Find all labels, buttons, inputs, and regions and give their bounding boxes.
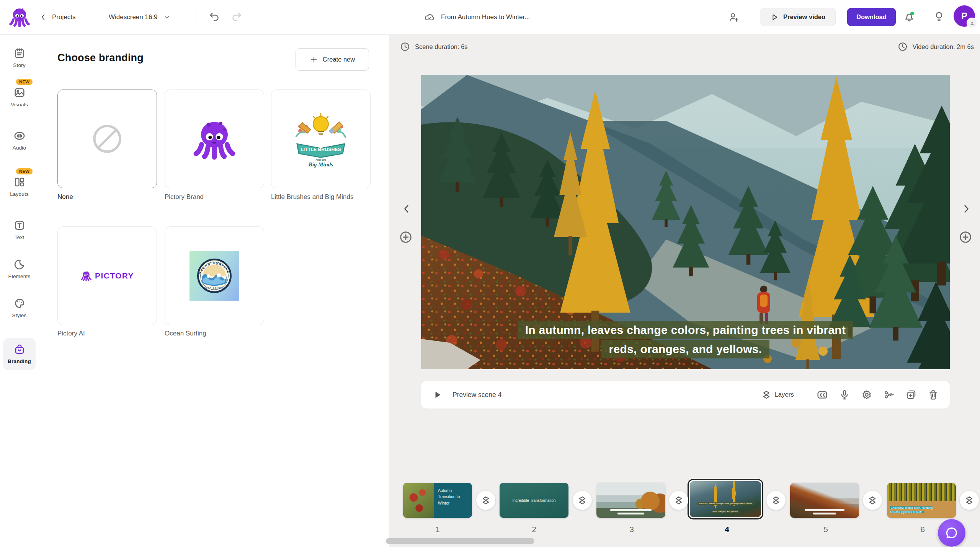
sidebar-item-story[interactable]: Story [0, 47, 39, 68]
scene-duration: Scene duration: 6s [400, 41, 468, 52]
sidebar-label: Audio [13, 145, 26, 151]
scene-thumbnail-1[interactable]: Autumn Transition to Winter [403, 483, 472, 518]
story-icon [13, 47, 26, 60]
download-button[interactable]: Download [847, 8, 896, 26]
voiceover-button[interactable] [838, 388, 851, 401]
previous-scene-button[interactable] [398, 200, 415, 217]
scene5-caption-bars [800, 509, 849, 514]
help-tips-button[interactable] [933, 10, 946, 23]
add-scene-right-button[interactable] [957, 229, 974, 246]
play-icon [770, 13, 779, 21]
clock-icon [897, 41, 908, 52]
panel-title: Choose branding [57, 52, 144, 64]
captions-button[interactable] [816, 388, 829, 401]
download-label: Download [856, 13, 887, 21]
create-new-button[interactable]: Create new [296, 48, 369, 71]
branding-card-little-brushes[interactable]: LITTLE BRUSHES AND BIG Big Minds [271, 90, 371, 188]
audio-icon [13, 129, 26, 142]
back-to-projects[interactable]: Projects [39, 8, 75, 26]
branding-card-ocean-surfing[interactable]: OCEAN SURFING SURF SCHOOL [165, 226, 264, 325]
branding-card-pictory-ai[interactable]: PICTORY [57, 226, 157, 325]
scene-caption[interactable]: In autumn, leaves change colors, paintin… [421, 321, 950, 358]
aspect-ratio-select[interactable]: Widescreen 16:9 [109, 8, 171, 26]
projects-label: Projects [52, 13, 75, 21]
redo-button[interactable] [230, 10, 243, 23]
sidebar-item-audio[interactable]: Audio [0, 129, 39, 151]
new-badge: NEW [16, 79, 33, 85]
preview-scene-label: Preview scene 4 [452, 391, 501, 399]
project-title: From Autumn Hues to Winter... [441, 13, 530, 21]
delete-scene-button[interactable] [927, 388, 940, 401]
help-chat-button[interactable] [938, 519, 965, 547]
scene1-title: Autumn Transition to Winter [434, 483, 472, 518]
transition-button[interactable] [960, 491, 979, 510]
scene-settings-button[interactable] [860, 388, 873, 401]
sidebar-label: Layouts [10, 191, 29, 197]
sidebar-label: Text [15, 234, 24, 240]
branding-card-label: Pictory AI [57, 329, 156, 338]
sidebar-label: Branding [8, 358, 31, 364]
caption-line-2: reds, oranges, and yellows. [601, 340, 770, 358]
project-title-group[interactable]: From Autumn Hues to Winter... [424, 8, 530, 26]
notifications-button[interactable] [903, 10, 916, 23]
layers-icon [761, 390, 771, 400]
chevron-left-icon [39, 13, 47, 21]
sidebar-item-visuals[interactable]: NEW Visuals [0, 79, 39, 107]
split-scene-button[interactable] [882, 388, 895, 401]
branding-card-none[interactable] [57, 90, 157, 188]
add-scene-left-button[interactable] [397, 229, 414, 246]
caption-line-1: In autumn, leaves change colors, paintin… [518, 321, 854, 339]
layouts-icon [13, 176, 26, 189]
play-scene-button[interactable] [431, 388, 444, 401]
avatar-initial: P [961, 11, 967, 21]
layers-button[interactable]: Layers [761, 390, 794, 400]
scene-preview-canvas: In autumn, leaves change colors, paintin… [421, 75, 950, 369]
branding-card-pictory-brand[interactable] [165, 90, 264, 188]
invite-user-button[interactable] [727, 11, 740, 24]
transition-button[interactable] [476, 491, 495, 510]
duplicate-scene-button[interactable] [905, 388, 918, 401]
octopus-mini-logo [80, 270, 92, 282]
preview-video-button[interactable]: Preview video [760, 8, 836, 26]
scene-thumbnail-6[interactable]: Chlorophyll breaks down, revealing beaut… [887, 483, 956, 518]
sidebar-item-styles[interactable]: Styles [0, 297, 39, 318]
pictory-logo[interactable] [8, 6, 31, 29]
divider [97, 9, 97, 25]
layers-label: Layers [774, 391, 794, 399]
elements-icon [13, 258, 26, 271]
scene4-caption: In autumn, leaves change colors, paintin… [694, 498, 757, 514]
transition-button[interactable] [669, 491, 688, 510]
branding-card-label: Ocean Surfing [165, 329, 263, 338]
banner-sub-text: AND BIG [315, 158, 326, 161]
scene-thumbnail-2[interactable]: Incredible Transformation [500, 483, 568, 518]
sidebar-item-text[interactable]: Text [0, 219, 39, 240]
scene-number: 1 [426, 525, 449, 534]
sidebar-item-layouts[interactable]: NEW Layouts [0, 168, 39, 197]
branding-card-label: Pictory Brand [165, 192, 263, 201]
scene-thumbnail-4-selected[interactable]: In autumn, leaves change colors, paintin… [688, 479, 763, 519]
banner-script-text: Big Minds [308, 161, 333, 168]
transition-button[interactable] [766, 491, 786, 510]
top-bar: Projects Widescreen 16:9 From Autumn Hue… [0, 0, 980, 35]
timeline-scrollbar[interactable] [386, 538, 534, 544]
scene-thumbnail-5[interactable] [790, 483, 859, 518]
avatar-status-badge [967, 18, 977, 28]
little-brushes-logo: LITTLE BRUSHES AND BIG Big Minds [289, 107, 353, 171]
scene-thumbnail-3[interactable] [596, 483, 665, 518]
account-avatar[interactable]: P [954, 5, 975, 27]
transition-button[interactable] [863, 491, 882, 510]
next-scene-button[interactable] [958, 200, 975, 217]
scene-number: 6 [911, 525, 934, 534]
branding-card-label: Little Brushes and Big Minds [271, 192, 370, 201]
scene-number: 3 [620, 525, 643, 534]
transition-button[interactable] [573, 491, 592, 510]
sidebar-label: Elements [8, 274, 31, 279]
sidebar-label: Styles [12, 313, 27, 318]
sidebar-item-branding[interactable]: Branding [0, 343, 39, 364]
notification-dot [910, 11, 914, 15]
none-slash-icon [89, 120, 126, 157]
scene-number: 2 [523, 525, 546, 534]
sidebar-item-elements[interactable]: Elements [0, 258, 39, 279]
scene-control-bar: Preview scene 4 Layers [421, 381, 950, 409]
undo-button[interactable] [207, 10, 220, 23]
